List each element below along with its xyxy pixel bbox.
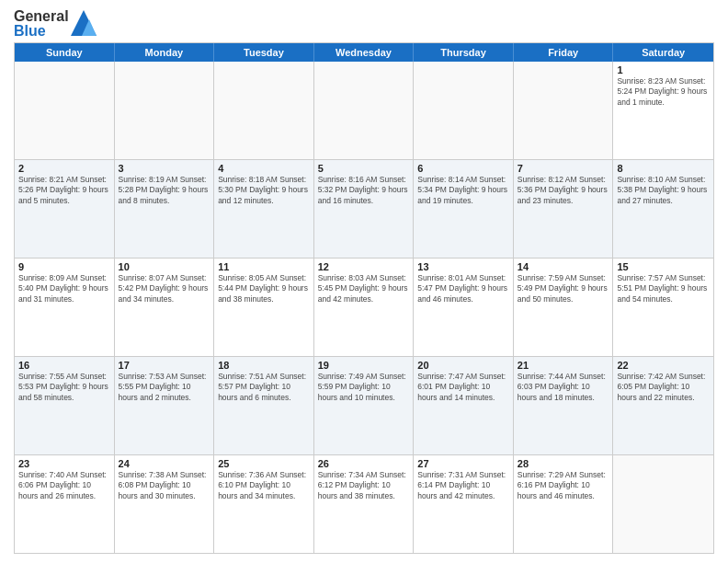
day-number: 8 [617,163,710,174]
day-cell-2: 2Sunrise: 8:21 AM Sunset: 5:26 PM Daylig… [15,160,115,258]
day-info: Sunrise: 8:16 AM Sunset: 5:32 PM Dayligh… [318,175,410,206]
day-number: 13 [417,261,509,272]
day-cell-13: 13Sunrise: 8:01 AM Sunset: 5:47 PM Dayli… [414,259,514,356]
day-cell-27: 27Sunrise: 7:31 AM Sunset: 6:14 PM Dayli… [414,455,514,553]
day-info: Sunrise: 7:57 AM Sunset: 5:51 PM Dayligh… [617,273,710,304]
calendar-row-2: 9Sunrise: 8:09 AM Sunset: 5:40 PM Daylig… [15,258,713,356]
day-info: Sunrise: 7:53 AM Sunset: 5:55 PM Dayligh… [119,372,210,403]
day-cell-21: 21Sunrise: 7:44 AM Sunset: 6:03 PM Dayli… [514,357,614,454]
day-number: 1 [617,64,710,75]
calendar-header: SundayMondayTuesdayWednesdayThursdayFrid… [15,43,713,62]
day-cell-14: 14Sunrise: 7:59 AM Sunset: 5:49 PM Dayli… [514,259,614,356]
header: General Blue [14,9,714,39]
day-cell-18: 18Sunrise: 7:51 AM Sunset: 5:57 PM Dayli… [214,357,314,454]
day-info: Sunrise: 8:18 AM Sunset: 5:30 PM Dayligh… [218,175,310,206]
day-info: Sunrise: 7:40 AM Sunset: 6:06 PM Dayligh… [18,470,110,501]
day-number: 4 [218,163,310,174]
day-number: 24 [119,458,210,469]
calendar-body: 1Sunrise: 8:23 AM Sunset: 5:24 PM Daylig… [15,62,713,553]
day-info: Sunrise: 8:23 AM Sunset: 5:24 PM Dayligh… [617,76,710,108]
day-cell-7: 7Sunrise: 8:12 AM Sunset: 5:36 PM Daylig… [514,160,614,258]
day-info: Sunrise: 8:09 AM Sunset: 5:40 PM Dayligh… [18,273,110,304]
day-number: 28 [518,458,609,469]
empty-cell-r0c5 [514,62,614,159]
day-number: 16 [18,360,110,371]
day-info: Sunrise: 7:42 AM Sunset: 6:05 PM Dayligh… [617,372,710,403]
day-cell-22: 22Sunrise: 7:42 AM Sunset: 6:05 PM Dayli… [613,357,713,454]
day-number: 6 [417,163,509,174]
day-info: Sunrise: 8:03 AM Sunset: 5:45 PM Dayligh… [318,273,410,304]
weekday-header-wednesday: Wednesday [314,43,415,62]
day-cell-20: 20Sunrise: 7:47 AM Sunset: 6:01 PM Dayli… [414,357,514,454]
day-info: Sunrise: 8:19 AM Sunset: 5:28 PM Dayligh… [119,175,210,206]
day-info: Sunrise: 7:47 AM Sunset: 6:01 PM Dayligh… [417,372,509,403]
day-number: 27 [417,458,509,469]
day-number: 23 [18,458,110,469]
empty-cell-r0c3 [314,62,415,159]
day-number: 18 [218,360,310,371]
weekday-header-friday: Friday [514,43,614,62]
weekday-header-tuesday: Tuesday [214,43,314,62]
day-info: Sunrise: 8:14 AM Sunset: 5:34 PM Dayligh… [417,175,509,206]
day-number: 3 [119,163,210,174]
day-number: 12 [318,261,410,272]
calendar: SundayMondayTuesdayWednesdayThursdayFrid… [14,42,714,554]
day-cell-9: 9Sunrise: 8:09 AM Sunset: 5:40 PM Daylig… [15,259,115,356]
day-info: Sunrise: 8:10 AM Sunset: 5:38 PM Dayligh… [617,175,710,206]
day-info: Sunrise: 7:29 AM Sunset: 6:16 PM Dayligh… [518,470,609,501]
day-number: 11 [218,261,310,272]
calendar-row-3: 16Sunrise: 7:55 AM Sunset: 5:53 PM Dayli… [15,356,713,454]
day-info: Sunrise: 7:34 AM Sunset: 6:12 PM Dayligh… [318,470,410,501]
weekday-header-sunday: Sunday [15,43,115,62]
logo-icon [71,10,97,38]
day-number: 25 [218,458,310,469]
day-cell-15: 15Sunrise: 7:57 AM Sunset: 5:51 PM Dayli… [613,259,713,356]
day-info: Sunrise: 7:59 AM Sunset: 5:49 PM Dayligh… [518,273,609,304]
day-cell-11: 11Sunrise: 8:05 AM Sunset: 5:44 PM Dayli… [214,259,314,356]
calendar-row-0: 1Sunrise: 8:23 AM Sunset: 5:24 PM Daylig… [15,62,713,159]
empty-cell-r0c0 [15,62,115,159]
day-cell-19: 19Sunrise: 7:49 AM Sunset: 5:59 PM Dayli… [314,357,415,454]
logo-blue: Blue [14,24,69,39]
empty-cell-r4c6 [613,455,713,553]
day-info: Sunrise: 7:51 AM Sunset: 5:57 PM Dayligh… [218,372,310,403]
day-cell-23: 23Sunrise: 7:40 AM Sunset: 6:06 PM Dayli… [15,455,115,553]
day-number: 15 [617,261,710,272]
day-number: 19 [318,360,410,371]
logo-general: General [14,9,69,24]
day-number: 21 [518,360,609,371]
day-cell-3: 3Sunrise: 8:19 AM Sunset: 5:28 PM Daylig… [115,160,215,258]
day-info: Sunrise: 8:21 AM Sunset: 5:26 PM Dayligh… [18,175,110,206]
day-info: Sunrise: 8:12 AM Sunset: 5:36 PM Dayligh… [518,175,609,206]
weekday-header-monday: Monday [115,43,215,62]
day-info: Sunrise: 7:36 AM Sunset: 6:10 PM Dayligh… [218,470,310,501]
page: General Blue SundayMondayTuesdayWednesda… [0,0,728,563]
weekday-header-thursday: Thursday [414,43,514,62]
day-cell-26: 26Sunrise: 7:34 AM Sunset: 6:12 PM Dayli… [314,455,415,553]
empty-cell-r0c2 [214,62,314,159]
day-cell-6: 6Sunrise: 8:14 AM Sunset: 5:34 PM Daylig… [414,160,514,258]
day-cell-24: 24Sunrise: 7:38 AM Sunset: 6:08 PM Dayli… [115,455,215,553]
day-info: Sunrise: 7:49 AM Sunset: 5:59 PM Dayligh… [318,372,410,403]
day-info: Sunrise: 8:05 AM Sunset: 5:44 PM Dayligh… [218,273,310,304]
calendar-row-4: 23Sunrise: 7:40 AM Sunset: 6:06 PM Dayli… [15,454,713,553]
day-number: 22 [617,360,710,371]
day-number: 5 [318,163,410,174]
day-number: 7 [518,163,609,174]
day-cell-16: 16Sunrise: 7:55 AM Sunset: 5:53 PM Dayli… [15,357,115,454]
day-number: 10 [119,261,210,272]
day-cell-5: 5Sunrise: 8:16 AM Sunset: 5:32 PM Daylig… [314,160,415,258]
day-number: 17 [119,360,210,371]
day-info: Sunrise: 7:44 AM Sunset: 6:03 PM Dayligh… [518,372,609,403]
day-cell-1: 1Sunrise: 8:23 AM Sunset: 5:24 PM Daylig… [613,62,713,159]
empty-cell-r0c4 [414,62,514,159]
day-number: 2 [18,163,110,174]
day-info: Sunrise: 8:07 AM Sunset: 5:42 PM Dayligh… [119,273,210,304]
day-info: Sunrise: 7:55 AM Sunset: 5:53 PM Dayligh… [18,372,110,403]
day-number: 9 [18,261,110,272]
day-cell-8: 8Sunrise: 8:10 AM Sunset: 5:38 PM Daylig… [613,160,713,258]
day-number: 20 [417,360,509,371]
day-cell-25: 25Sunrise: 7:36 AM Sunset: 6:10 PM Dayli… [214,455,314,553]
logo: General Blue [14,9,97,39]
day-cell-28: 28Sunrise: 7:29 AM Sunset: 6:16 PM Dayli… [514,455,614,553]
